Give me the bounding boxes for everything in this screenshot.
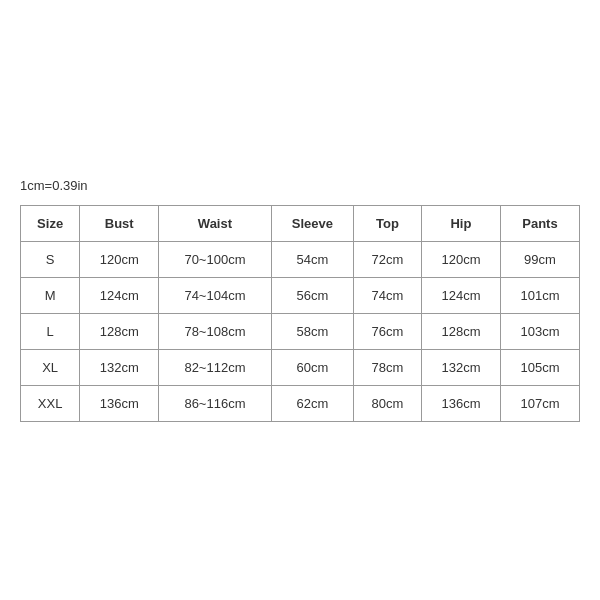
table-cell: M [21,278,80,314]
table-cell: 62cm [271,386,353,422]
table-body: S120cm70~100cm54cm72cm120cm99cmM124cm74~… [21,242,580,422]
table-cell: 128cm [421,314,500,350]
table-cell: 132cm [80,350,159,386]
column-header: Waist [159,206,271,242]
table-cell: 72cm [353,242,421,278]
table-cell: 99cm [500,242,579,278]
size-table: SizeBustWaistSleeveTopHipPants S120cm70~… [20,205,580,422]
table-cell: 70~100cm [159,242,271,278]
column-header: Pants [500,206,579,242]
table-cell: 128cm [80,314,159,350]
table-cell: 132cm [421,350,500,386]
table-cell: 80cm [353,386,421,422]
column-header: Size [21,206,80,242]
column-header: Bust [80,206,159,242]
table-cell: 120cm [421,242,500,278]
table-cell: 103cm [500,314,579,350]
table-cell: 101cm [500,278,579,314]
table-row: S120cm70~100cm54cm72cm120cm99cm [21,242,580,278]
size-chart-container: 1cm=0.39in SizeBustWaistSleeveTopHipPant… [20,178,580,422]
table-cell: 60cm [271,350,353,386]
column-header: Hip [421,206,500,242]
table-cell: 105cm [500,350,579,386]
table-cell: 74~104cm [159,278,271,314]
table-cell: 82~112cm [159,350,271,386]
table-cell: 124cm [421,278,500,314]
table-cell: 107cm [500,386,579,422]
table-cell: XXL [21,386,80,422]
table-header-row: SizeBustWaistSleeveTopHipPants [21,206,580,242]
table-cell: L [21,314,80,350]
table-cell: 136cm [421,386,500,422]
unit-note: 1cm=0.39in [20,178,580,193]
table-cell: 74cm [353,278,421,314]
table-row: XXL136cm86~116cm62cm80cm136cm107cm [21,386,580,422]
column-header: Top [353,206,421,242]
table-row: L128cm78~108cm58cm76cm128cm103cm [21,314,580,350]
table-cell: S [21,242,80,278]
table-cell: 86~116cm [159,386,271,422]
table-cell: 136cm [80,386,159,422]
table-cell: XL [21,350,80,386]
column-header: Sleeve [271,206,353,242]
table-row: XL132cm82~112cm60cm78cm132cm105cm [21,350,580,386]
table-cell: 76cm [353,314,421,350]
table-cell: 54cm [271,242,353,278]
table-cell: 56cm [271,278,353,314]
table-cell: 124cm [80,278,159,314]
table-cell: 58cm [271,314,353,350]
table-row: M124cm74~104cm56cm74cm124cm101cm [21,278,580,314]
table-cell: 78cm [353,350,421,386]
table-cell: 78~108cm [159,314,271,350]
table-cell: 120cm [80,242,159,278]
